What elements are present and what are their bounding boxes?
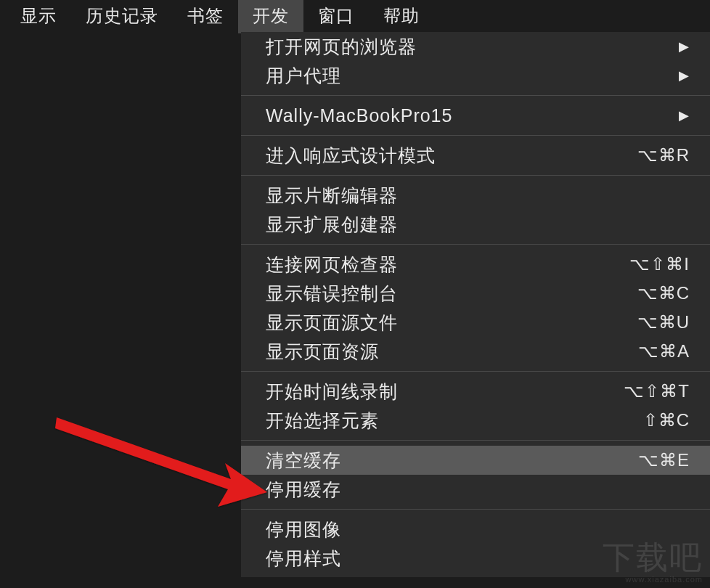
menu-separator [241,175,710,176]
develop-dropdown-menu: 打开网页的浏览器 ▶ 用户代理 ▶ Wally-MacBookPro15 ▶ 进… [241,32,710,577]
menubar-item-display[interactable]: 显示 [6,0,71,33]
menu-item-shortcut: ⌥⌘R [637,145,690,166]
menu-item-disable-caches[interactable]: 停用缓存 [241,475,710,504]
menu-separator [241,244,710,245]
menu-item-shortcut: ⌥⌘E [638,450,690,470]
menu-item-label: 用户代理 [266,64,341,88]
menu-item-empty-caches[interactable]: 清空缓存 ⌥⌘E [241,446,710,475]
menu-item-label: 清空缓存 [266,449,341,473]
menu-item-label: 显示片断编辑器 [266,184,398,208]
annotation-arrow-icon [49,407,267,523]
menu-item-label: 显示页面资源 [266,340,379,364]
menu-item-label: 停用样式 [266,547,341,571]
menu-item-shortcut: ⌥⌘C [637,283,690,303]
menubar: 显示 历史记录 书签 开发 窗口 帮助 [0,0,710,32]
menu-item-error-console[interactable]: 显示错误控制台 ⌥⌘C [241,279,710,308]
menu-item-label: 连接网页检查器 [266,253,398,277]
menu-item-disable-styles[interactable]: 停用样式 [241,544,710,573]
menu-item-user-agent[interactable]: 用户代理 ▶ [241,61,710,90]
menu-item-label: 打开网页的浏览器 [266,35,417,59]
menubar-item-develop[interactable]: 开发 [238,0,303,33]
menu-item-responsive-design[interactable]: 进入响应式设计模式 ⌥⌘R [241,141,710,170]
menu-item-open-page-with[interactable]: 打开网页的浏览器 ▶ [241,32,710,61]
submenu-arrow-icon: ▶ [679,68,690,83]
menubar-item-window[interactable]: 窗口 [303,0,369,33]
menu-separator [241,135,710,136]
menu-item-label: 显示错误控制台 [266,282,398,306]
menu-item-page-source[interactable]: 显示页面源文件 ⌥⌘U [241,308,710,337]
menu-separator [241,95,710,96]
menu-item-label: 开始选择元素 [266,409,379,433]
menu-item-label: 显示页面源文件 [266,311,398,335]
menu-item-label: 停用缓存 [266,478,341,502]
submenu-arrow-icon: ▶ [679,38,690,54]
menu-item-label: 停用图像 [266,518,341,542]
menu-item-shortcut: ⇧⌘C [643,410,690,430]
menubar-item-bookmarks[interactable]: 书签 [173,0,238,33]
menu-item-web-inspector[interactable]: 连接网页检查器 ⌥⇧⌘I [241,250,710,279]
menu-item-shortcut: ⌥⌘U [637,312,690,332]
menu-item-disable-images[interactable]: 停用图像 [241,515,710,544]
menu-item-shortcut: ⌥⇧⌘I [629,254,690,274]
menu-item-select-element[interactable]: 开始选择元素 ⇧⌘C [241,406,710,435]
menu-item-device[interactable]: Wally-MacBookPro15 ▶ [241,101,710,130]
menu-item-label: 开始时间线录制 [266,380,398,404]
menubar-item-history[interactable]: 历史记录 [71,0,173,33]
menu-item-label: 显示扩展创建器 [266,213,398,237]
menubar-item-help[interactable]: 帮助 [369,0,434,33]
menu-item-label: Wally-MacBookPro15 [266,105,452,126]
menu-item-shortcut: ⌥⌘A [638,341,690,362]
menu-item-snippet-editor[interactable]: 显示片断编辑器 [241,181,710,210]
menu-item-page-resources[interactable]: 显示页面资源 ⌥⌘A [241,337,710,366]
menu-item-label: 进入响应式设计模式 [266,144,436,168]
menu-separator [241,509,710,510]
menu-item-shortcut: ⌥⇧⌘T [624,381,690,401]
menu-item-timeline-record[interactable]: 开始时间线录制 ⌥⇧⌘T [241,377,710,406]
menu-item-extension-builder[interactable]: 显示扩展创建器 [241,210,710,239]
menu-separator [241,440,710,441]
submenu-arrow-icon: ▶ [679,107,690,123]
menu-separator [241,371,710,372]
